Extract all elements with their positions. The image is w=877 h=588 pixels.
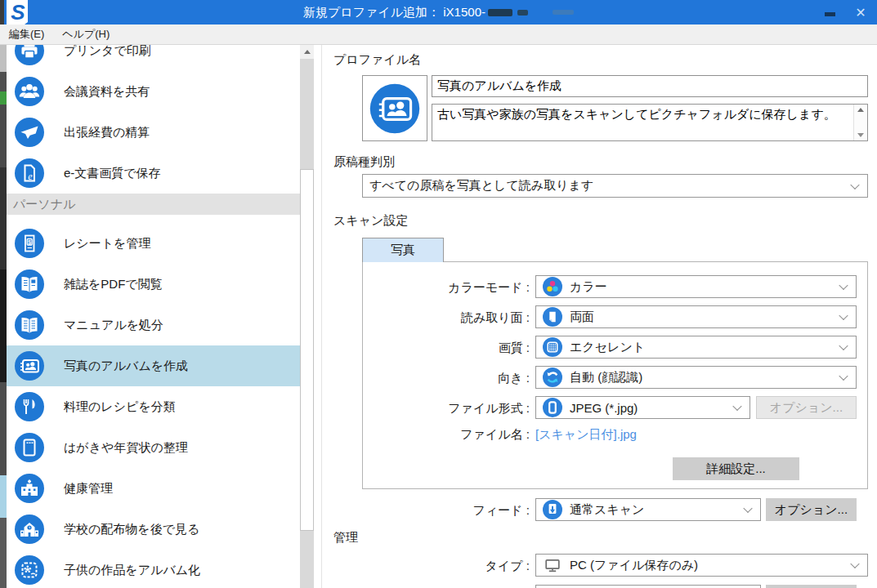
profile-name-value: 写真のアルバムを作成 (437, 78, 562, 94)
file-format-option-button[interactable]: オプション... (756, 396, 857, 419)
sidebar-item-recipes[interactable]: 料理のレシピを分類 (7, 386, 300, 427)
color-mode-label: カラーモード : (448, 280, 530, 296)
svg-text:S: S (11, 0, 25, 24)
background-window-sliver (0, 45, 7, 588)
airplane-icon (15, 118, 44, 147)
feed-dropdown[interactable]: 通常スキャン (535, 498, 761, 521)
orientation-dropdown[interactable]: 自動 (顔認識) (535, 366, 857, 389)
doc-type-dropdown[interactable]: すべての原稿を写真として読み取ります (362, 174, 868, 198)
sidebar-item-travel-expense[interactable]: 出張経費の精算 (7, 112, 300, 153)
redacted-serial (517, 10, 528, 16)
color-mode-value: カラー (570, 279, 607, 295)
feed-page-icon (543, 500, 562, 519)
chevron-down-icon (850, 559, 859, 568)
color-mode-icon (543, 277, 562, 296)
tab-photo[interactable]: 写真 (362, 238, 444, 262)
chevron-down-icon (839, 281, 848, 290)
tab-photo-label: 写真 (391, 243, 415, 258)
e-document-icon: e (15, 158, 44, 188)
postcard-icon (15, 433, 44, 462)
scansnap-profile-dialog: 新規プロファイル追加： iX1500- S ✕ 編集(E) ヘルプ(H) (0, 0, 877, 588)
arrow-down-icon[interactable] (857, 133, 864, 137)
sidebar-item-kids-artwork[interactable]: 子供の作品をアルバム化 (7, 550, 300, 588)
feed-option-button[interactable]: オプション... (766, 498, 857, 521)
scan-side-dropdown[interactable]: 両面 (535, 305, 857, 328)
rotate-arrows-icon (543, 368, 562, 387)
option-button-label: オプション... (775, 502, 848, 518)
arrow-up-icon[interactable] (857, 108, 864, 112)
option-button-label: オプション... (770, 400, 843, 416)
scroll-up-button[interactable] (300, 45, 314, 59)
profile-name-input[interactable]: 写真のアルバムを作成 (432, 75, 868, 97)
quality-dropdown[interactable]: エクセレント (535, 336, 857, 359)
minimize-icon (825, 12, 835, 16)
arrow-up-icon (304, 50, 311, 54)
photo-album-icon (369, 82, 421, 135)
chevron-down-icon (732, 402, 741, 411)
redacted-serial (488, 9, 512, 16)
orientation-label: 向き : (498, 371, 530, 386)
photo-album-icon (15, 351, 44, 381)
type-value: PC (ファイル保存のみ) (570, 558, 698, 573)
profile-description-textarea[interactable]: 古い写真や家族の写真をスキャンしてピクチャフォルダに保存します。 (432, 104, 868, 141)
profile-icon-button[interactable] (362, 75, 427, 141)
doc-type-value: すべての原稿を写真として読み取ります (369, 178, 593, 194)
sidebar-scrollbar[interactable] (300, 45, 314, 588)
artwork-icon (15, 555, 44, 585)
sidebar-item-photo-album[interactable]: 写真のアルバムを作成 (7, 345, 300, 386)
type-label: タイプ : (485, 559, 530, 574)
sidebar-item-label: 子供の作品をアルバム化 (64, 563, 200, 578)
sidebar-item-edoc[interactable]: e e-文書画質で保存 (7, 153, 300, 194)
file-format-value: JPEG (*.jpg) (570, 401, 638, 415)
manage-label: 管理 (333, 530, 358, 546)
hospital-icon (15, 474, 44, 503)
menu-edit[interactable]: 編集(E) (0, 24, 53, 44)
sidebar-item-manual[interactable]: マニュアルを処分 (7, 305, 300, 345)
people-icon (15, 77, 44, 106)
sidebar-item-label: 雑誌をPDFで閲覧 (64, 277, 163, 292)
detail-settings-button[interactable]: 詳細設定... (673, 457, 799, 480)
scansnap-logo-icon: S (4, 0, 30, 24)
chevron-down-icon (743, 504, 752, 513)
profile-description-text: 古い写真や家族の写真をスキャンしてピクチャフォルダに保存します。 (437, 107, 836, 121)
scan-settings-label: スキャン設定 (333, 213, 408, 229)
magazine-icon (15, 270, 44, 299)
sidebar-item-label: 学校の配布物を後で見る (64, 522, 199, 537)
receipt-icon: $ (15, 229, 44, 258)
quality-label: 画質 : (499, 341, 530, 356)
menu-help[interactable]: ヘルプ(H) (53, 24, 119, 44)
sidebar-item-receipts[interactable]: $ レシートを管理 (7, 223, 300, 264)
quality-dots-icon (543, 337, 562, 357)
sidebar-item-label: 会議資料を共有 (64, 84, 150, 100)
sidebar-item-postcards[interactable]: はがきや年賀状の整理 (7, 427, 300, 468)
description-scrollbar[interactable] (853, 105, 867, 140)
quality-value: エクセレント (570, 340, 645, 355)
sidebar-item-print[interactable]: プリンタで印刷 (7, 45, 300, 71)
sidebar-item-school-handouts[interactable]: 学校の配布物を後で見る (7, 509, 300, 550)
sidebar-item-health[interactable]: 健康管理 (7, 468, 300, 509)
sidebar-item-share-meeting[interactable]: 会議資料を共有 (7, 71, 300, 112)
color-mode-dropdown[interactable]: カラー (535, 275, 857, 298)
type-dropdown[interactable]: PC (ファイル保存のみ) (535, 554, 868, 577)
profile-name-label: プロファイル名 (333, 52, 421, 68)
sidebar-item-label: 出張経費の精算 (64, 125, 150, 140)
close-icon: ✕ (855, 5, 866, 20)
section-label: パーソナル (13, 197, 75, 212)
book-icon (15, 310, 44, 340)
sidebar-item-label: e-文書画質で保存 (64, 166, 161, 181)
sidebar-item-magazine[interactable]: 雑誌をPDFで閲覧 (7, 264, 300, 305)
sidebar-item-label: マニュアルを処分 (64, 318, 163, 333)
file-name-link[interactable]: [スキャン日付].jpg (535, 427, 637, 443)
chevron-down-icon (850, 180, 859, 189)
chevron-down-icon (839, 341, 848, 350)
scan-side-label: 読み取り面 : (461, 310, 530, 326)
scrollbar-thumb[interactable] (300, 169, 314, 531)
monitor-icon (543, 555, 562, 575)
close-button[interactable]: ✕ (848, 0, 873, 24)
minimize-button[interactable] (817, 0, 842, 24)
chevron-down-icon (839, 372, 848, 381)
sidebar-item-label: 健康管理 (64, 481, 113, 497)
sidebar-divider (321, 45, 322, 588)
file-format-dropdown[interactable]: JPEG (*.jpg) (535, 396, 750, 419)
printer-icon (15, 45, 44, 65)
